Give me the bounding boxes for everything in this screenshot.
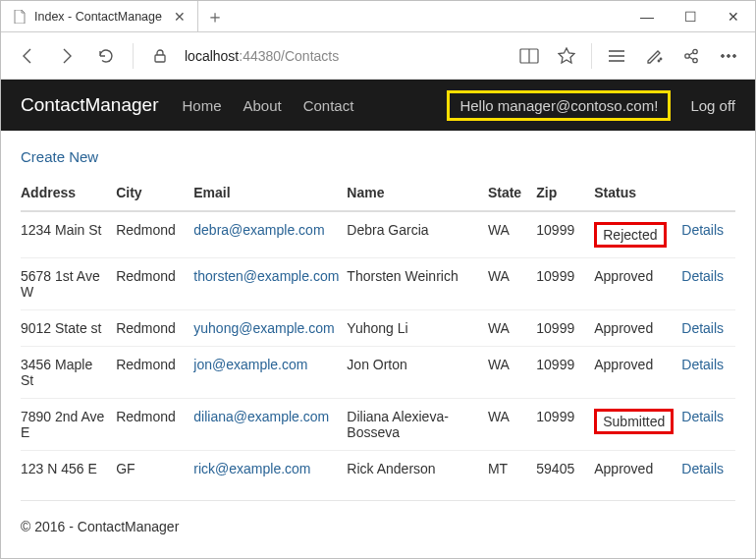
table-row: 123 N 456 EGFrick@example.comRick Anders… (21, 451, 735, 487)
cell-state: WA (488, 310, 536, 347)
email-link[interactable]: yuhong@example.com (193, 320, 334, 336)
nav-right: Hello manager@contoso.com! Log off (447, 90, 735, 121)
cell-action: Details (681, 399, 735, 451)
cell-name: Jon Orton (347, 347, 488, 399)
cell-state: WA (488, 258, 536, 310)
cell-address: 3456 Maple St (21, 347, 116, 399)
cell-city: Redmond (116, 310, 193, 347)
forward-button[interactable] (50, 39, 83, 73)
details-link[interactable]: Details (681, 320, 724, 336)
cell-state: MT (488, 451, 536, 487)
cell-name: Diliana Alexieva-Bosseva (347, 399, 488, 451)
create-new-link[interactable]: Create New (21, 148, 98, 165)
nav-contact[interactable]: Contact (303, 97, 354, 114)
table-row: 3456 Maple StRedmondjon@example.comJon O… (21, 347, 735, 399)
cell-zip: 10999 (536, 310, 594, 347)
svg-rect-0 (155, 55, 165, 62)
details-link[interactable]: Details (681, 357, 724, 372)
reading-view-icon[interactable] (513, 39, 546, 73)
window-controls: — ☐ ✕ (625, 1, 755, 31)
email-link[interactable]: jon@example.com (193, 357, 307, 372)
cell-email: yuhong@example.com (193, 310, 347, 347)
cell-state: WA (488, 347, 536, 399)
cell-action: Details (681, 211, 735, 258)
tab-title: Index - ContactManage (34, 10, 162, 24)
share-icon[interactable] (675, 39, 708, 73)
svg-point-14 (728, 54, 730, 57)
col-status: Status (594, 175, 681, 211)
nav-about[interactable]: About (243, 97, 281, 114)
email-link[interactable]: debra@example.com (193, 222, 324, 238)
cell-action: Details (681, 258, 735, 310)
email-link[interactable]: thorsten@example.com (193, 268, 339, 284)
table-header-row: Address City Email Name State Zip Status (21, 175, 735, 211)
cell-city: Redmond (116, 211, 193, 258)
refresh-button[interactable] (89, 39, 123, 73)
browser-tab[interactable]: Index - ContactManage ✕ (1, 1, 198, 32)
email-link[interactable]: diliana@example.com (193, 409, 329, 424)
svg-point-9 (693, 49, 697, 53)
browser-toolbar: localhost:44380/Contacts (1, 32, 755, 80)
table-row: 7890 2nd Ave ERedmonddiliana@example.com… (21, 399, 735, 451)
new-tab-button[interactable]: ＋ (198, 1, 232, 31)
svg-line-11 (689, 52, 693, 55)
notes-icon[interactable] (637, 39, 671, 73)
brand-link[interactable]: ContactManager (21, 94, 158, 116)
cell-status: Approved (594, 258, 681, 310)
details-link[interactable]: Details (681, 461, 724, 476)
more-icon[interactable] (712, 39, 745, 73)
status-badge: Rejected (594, 222, 666, 248)
cell-address: 9012 State st (21, 310, 116, 347)
logoff-link[interactable]: Log off (690, 97, 735, 114)
cell-city: Redmond (116, 399, 193, 451)
cell-name: Thorsten Weinrich (347, 258, 488, 310)
svg-point-10 (693, 58, 697, 62)
page-icon (13, 10, 27, 24)
col-zip: Zip (536, 175, 594, 211)
tab-close-icon[interactable]: ✕ (170, 9, 189, 25)
cell-email: debra@example.com (193, 211, 347, 258)
cell-zip: 10999 (536, 399, 594, 451)
toolbar-separator-2 (591, 43, 592, 69)
hub-icon[interactable] (600, 39, 633, 73)
svg-point-6 (658, 60, 660, 62)
cell-status: Approved (594, 451, 681, 487)
app-navbar: ContactManager Home About Contact Hello … (1, 80, 755, 131)
email-link[interactable]: rick@example.com (193, 461, 310, 476)
minimize-button[interactable]: — (625, 1, 669, 31)
svg-point-13 (722, 54, 725, 57)
cell-action: Details (681, 451, 735, 487)
cell-address: 1234 Main St (21, 211, 116, 258)
cell-zip: 10999 (536, 211, 594, 258)
lock-icon[interactable] (143, 39, 177, 73)
maximize-button[interactable]: ☐ (669, 1, 712, 31)
window-titlebar: Index - ContactManage ✕ ＋ — ☐ ✕ (1, 1, 755, 32)
cell-address: 7890 2nd Ave E (21, 399, 116, 451)
cell-email: diliana@example.com (193, 399, 347, 451)
favorite-icon[interactable] (550, 39, 583, 73)
details-link[interactable]: Details (681, 409, 724, 424)
details-link[interactable]: Details (681, 268, 724, 284)
toolbar-separator (133, 43, 134, 69)
table-row: 9012 State stRedmondyuhong@example.comYu… (21, 310, 735, 347)
cell-state: WA (488, 211, 536, 258)
cell-name: Rick Anderson (347, 451, 488, 487)
cell-action: Details (681, 347, 735, 399)
url-host: localhost (185, 48, 239, 64)
window-close-button[interactable]: ✕ (712, 1, 755, 31)
table-row: 5678 1st Ave WRedmondthorsten@example.co… (21, 258, 735, 310)
user-greeting[interactable]: Hello manager@contoso.com! (447, 90, 671, 121)
cell-zip: 10999 (536, 347, 594, 399)
col-address: Address (21, 175, 116, 211)
back-button[interactable] (11, 39, 44, 73)
cell-status: Rejected (594, 211, 681, 258)
svg-point-15 (733, 54, 736, 57)
cell-name: Debra Garcia (347, 211, 488, 258)
toolbar-right (513, 39, 745, 73)
address-bar[interactable]: localhost:44380/Contacts (185, 41, 440, 71)
details-link[interactable]: Details (681, 222, 724, 238)
cell-city: GF (116, 451, 193, 487)
col-email: Email (193, 175, 347, 211)
cell-zip: 59405 (536, 451, 594, 487)
nav-home[interactable]: Home (182, 97, 221, 114)
